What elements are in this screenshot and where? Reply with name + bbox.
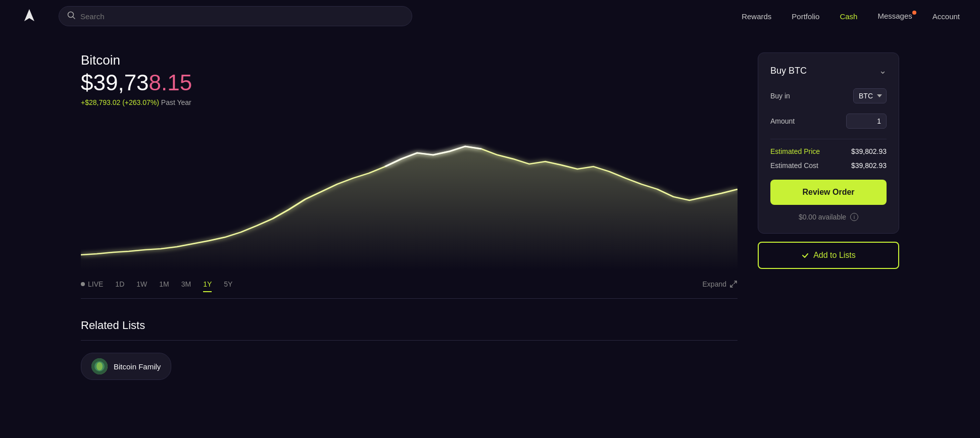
estimated-cost-row: Estimated Cost $39,802.93 [770, 161, 887, 170]
buy-in-select[interactable]: BTC USD [853, 88, 887, 103]
expand-icon [729, 280, 738, 288]
time-btn-1m[interactable]: 1M [159, 278, 169, 290]
buy-dropdown-chevron[interactable]: ⌄ [879, 65, 887, 76]
nav-account[interactable]: Account [933, 12, 960, 21]
amount-input[interactable] [846, 114, 887, 129]
estimated-price-row: Estimated Price $39,802.93 [770, 147, 887, 155]
nav-links: Rewards Portfolio Cash Messages Account [742, 12, 960, 21]
main-content: Bitcoin $39,738.15 +$28,793.02 (+263.07%… [0, 32, 980, 438]
list-item[interactable]: Bitcoin Family [81, 353, 171, 380]
messages-notification-dot [912, 11, 916, 15]
related-lists-section: Related Lists Bitcoin Family [81, 319, 738, 380]
svg-line-1 [73, 17, 75, 19]
header: Rewards Portfolio Cash Messages Account [0, 0, 980, 32]
amount-label: Amount [770, 117, 795, 125]
price-pink-part: 8.15 [149, 70, 192, 95]
checkmark-icon [801, 251, 809, 259]
review-order-button[interactable]: Review Order [770, 180, 887, 205]
related-lists-title: Related Lists [81, 319, 738, 332]
asset-name: Bitcoin [81, 52, 738, 68]
logo-icon[interactable] [20, 7, 38, 25]
nav-cash[interactable]: Cash [840, 12, 857, 21]
estimated-cost-label: Estimated Cost [770, 161, 818, 170]
expand-label: Expand [703, 280, 726, 288]
lists-divider [81, 340, 738, 341]
list-avatar [91, 358, 108, 374]
search-icon [67, 11, 75, 21]
buy-in-row: Buy in BTC USD [770, 88, 887, 103]
price-change: +$28,793.02 (+263.07%) Past Year [81, 98, 738, 106]
price-change-period: Past Year [161, 98, 191, 106]
price-change-value: +$28,793.02 (+263.07%) [81, 98, 159, 106]
available-row: $0.00 available i [770, 213, 887, 221]
nav-messages-container: Messages [877, 12, 912, 21]
nav-messages[interactable]: Messages [877, 12, 912, 20]
buy-title: Buy BTC [770, 66, 807, 76]
right-panel: Buy BTC ⌄ Buy in BTC USD Amount Estimate… [758, 52, 899, 438]
price-white-part: $39,73 [81, 70, 149, 95]
estimated-cost-value: $39,802.93 [851, 161, 887, 170]
live-indicator-dot [81, 282, 85, 286]
time-btn-1y[interactable]: 1Y [203, 278, 212, 290]
search-bar [59, 6, 412, 26]
expand-chart-button[interactable]: Expand [703, 280, 738, 288]
search-input[interactable] [80, 12, 404, 21]
time-btn-5y[interactable]: 5Y [224, 278, 232, 290]
asset-price: $39,738.15 [81, 70, 738, 95]
list-item-name: Bitcoin Family [114, 362, 161, 371]
buy-in-label: Buy in [770, 92, 790, 100]
available-amount: $0.00 available [799, 213, 846, 221]
time-btn-1w[interactable]: 1W [136, 278, 147, 290]
form-divider [770, 139, 887, 139]
add-to-lists-label: Add to Lists [813, 251, 856, 260]
estimated-price-value: $39,802.93 [851, 147, 887, 155]
nav-rewards[interactable]: Rewards [742, 12, 771, 21]
estimated-price-label: Estimated Price [770, 147, 820, 155]
add-to-lists-button[interactable]: Add to Lists [758, 242, 899, 269]
buy-card: Buy BTC ⌄ Buy in BTC USD Amount Estimate… [758, 52, 899, 234]
price-chart [81, 119, 738, 270]
time-btn-1d[interactable]: 1D [115, 278, 124, 290]
time-range-bar: LIVE 1D 1W 1M 3M 1Y 5Y Expand [81, 278, 738, 299]
time-btn-3m[interactable]: 3M [181, 278, 191, 290]
amount-row: Amount [770, 114, 887, 129]
buy-card-header: Buy BTC ⌄ [770, 65, 887, 76]
time-btn-live[interactable]: LIVE [81, 280, 103, 288]
chart-section: Bitcoin $39,738.15 +$28,793.02 (+263.07%… [81, 52, 738, 438]
nav-portfolio[interactable]: Portfolio [792, 12, 819, 21]
available-info-icon[interactable]: i [850, 213, 858, 221]
live-label: LIVE [88, 280, 103, 288]
